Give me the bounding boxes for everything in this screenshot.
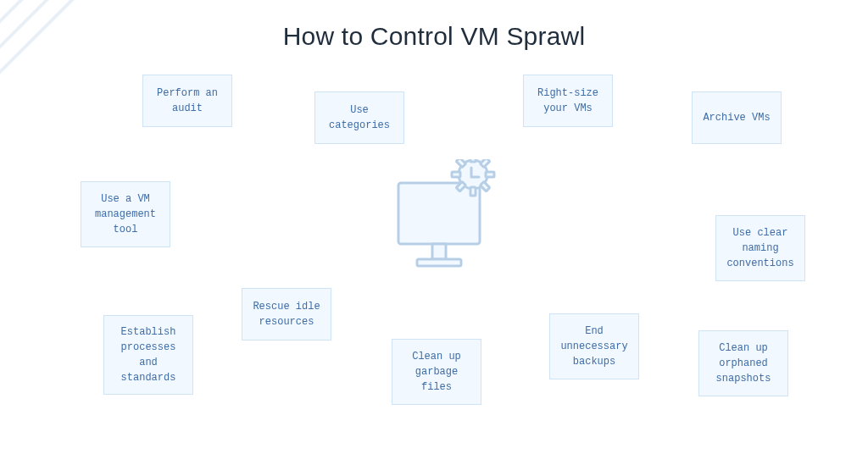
card-right-size: Right-size your VMs [523,75,613,127]
card-label: Right-size your VMs [537,86,598,116]
svg-line-6 [0,0,119,140]
diagram-canvas: How to Control VM Sprawl Perform an audi… [0,0,868,454]
svg-rect-8 [432,244,446,259]
svg-rect-14 [486,172,494,177]
background-stripes [0,0,119,140]
card-label: Clean up orphaned snapshots [716,340,771,386]
card-label: Use clear naming conventions [726,225,793,271]
svg-rect-11 [470,159,476,162]
card-label: Rescue idle resources [253,299,320,329]
card-end-backups: End unnecessary backups [549,313,639,379]
svg-rect-15 [480,159,489,168]
card-establish-processes: Establish processes and standards [103,315,193,395]
card-perform-audit: Perform an audit [142,75,232,127]
svg-rect-18 [480,181,489,191]
card-label: Use a VM management tool [95,191,156,237]
card-cleanup-snapshots: Clean up orphaned snapshots [698,330,788,396]
card-label: Perform an audit [157,86,218,116]
svg-rect-13 [452,172,460,177]
card-cleanup-garbage: Clean up garbage files [392,339,481,405]
card-use-categories: Use categories [314,91,404,144]
svg-line-5 [0,0,110,131]
svg-rect-9 [417,259,461,266]
card-label: Use categories [329,102,390,133]
svg-line-4 [0,0,85,106]
page-title: How to Control VM Sprawl [0,22,868,51]
card-archive-vms: Archive VMs [692,91,782,144]
card-rescue-idle: Rescue idle resources [242,288,331,340]
card-label: Clean up garbage files [412,349,461,395]
svg-rect-12 [470,187,476,196]
svg-rect-7 [398,183,480,244]
card-label: Establish processes and standards [121,324,176,385]
card-use-vm-tool: Use a VM management tool [81,181,170,247]
card-label: End unnecessary backups [560,324,627,369]
svg-rect-17 [456,159,465,168]
card-label: Archive VMs [703,110,770,125]
card-use-naming: Use clear naming conventions [715,215,805,281]
monitor-gear-icon [381,159,509,286]
